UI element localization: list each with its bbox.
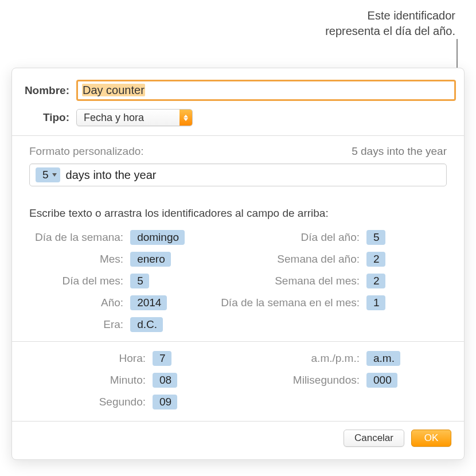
token-label: Día de la semana en el mes: <box>221 296 366 309</box>
token-weekday-of-month[interactable]: 1 <box>366 295 385 310</box>
token-label: Hora: <box>29 352 153 365</box>
token-value: domingo <box>130 231 185 244</box>
name-label: Nombre: <box>20 84 76 97</box>
time-tokens-left-col: Hora:7 Minuto:08 Segundo:09 <box>29 351 233 416</box>
ok-button[interactable]: OK <box>411 430 451 447</box>
token-week-of-year[interactable]: 2 <box>366 252 385 267</box>
token-value: a.m. <box>366 352 400 365</box>
token-label: Día del año: <box>221 231 366 244</box>
callout-line-2: representa el día del año. <box>325 24 455 39</box>
custom-format-label: Formato personalizado: <box>29 145 144 158</box>
token-label: a.m./p.m.: <box>243 352 366 365</box>
token-minute[interactable]: 08 <box>153 373 177 388</box>
section-custom-format: Formato personalizado: 5 days into the y… <box>12 136 464 197</box>
format-preview: 5 days into the year <box>352 145 447 158</box>
token-week-of-month[interactable]: 2 <box>366 274 385 288</box>
cancel-button-label: Cancelar <box>354 432 393 444</box>
token-value: 5 <box>366 231 385 244</box>
time-tokens-right-col: a.m./p.m.:a.m. Milisegundos:000 <box>243 351 447 416</box>
token-label: Año: <box>29 296 130 309</box>
token-era[interactable]: d.C. <box>130 317 163 332</box>
name-input-selection: Day counter <box>82 84 145 96</box>
token-instruction: Escribe texto o arrastra los identificad… <box>29 207 447 220</box>
token-label: Milisegundos: <box>243 374 366 387</box>
name-input-highlight: Day counter <box>76 80 456 101</box>
callout-line-1: Este identificador <box>325 8 455 24</box>
token-value: d.C. <box>130 318 163 331</box>
token-value: 000 <box>366 374 397 387</box>
type-select-value: Fecha y hora <box>77 112 180 124</box>
format-free-text: days into the year <box>66 169 157 182</box>
token-label: Día de la semana: <box>29 231 130 244</box>
type-label: Tipo: <box>20 111 76 124</box>
token-value: 5 <box>130 275 149 287</box>
token-label: Día del mes: <box>29 275 130 287</box>
format-token-day-of-year[interactable]: 5 <box>36 167 60 182</box>
token-year[interactable]: 2014 <box>130 295 167 310</box>
token-value: 2014 <box>130 296 167 309</box>
date-tokens-left-col: Día de la semana:domingo Mes:enero Día d… <box>29 230 210 339</box>
token-value: 09 <box>153 396 177 408</box>
token-value: 08 <box>153 374 177 387</box>
token-day-of-year[interactable]: 5 <box>366 230 385 245</box>
token-label: Semana del mes: <box>221 275 366 287</box>
chevron-down-icon[interactable] <box>51 173 60 177</box>
token-second[interactable]: 09 <box>153 395 177 409</box>
token-ampm[interactable]: a.m. <box>366 351 400 366</box>
token-label: Segundo: <box>29 396 153 408</box>
token-month[interactable]: enero <box>130 252 171 267</box>
section-time-tokens: Hora:7 Minuto:08 Segundo:09 a.m./p.m.:a.… <box>12 342 464 421</box>
token-value: 7 <box>153 352 171 365</box>
token-hour[interactable]: 7 <box>153 351 171 366</box>
custom-format-dialog: Nombre: Day counter Tipo: Fecha y hora F… <box>11 68 465 460</box>
date-tokens-right-col: Día del año:5 Semana del año:2 Semana de… <box>221 230 447 339</box>
ok-button-label: OK <box>424 432 439 444</box>
token-label: Semana del año: <box>221 253 366 266</box>
token-label: Minuto: <box>29 374 153 387</box>
token-day-of-month[interactable]: 5 <box>130 274 149 288</box>
callout-text: Este identificador representa el día del… <box>325 8 455 39</box>
format-token-value: 5 <box>36 169 51 181</box>
token-value: 2 <box>366 253 385 266</box>
token-value: enero <box>130 253 171 266</box>
dialog-footer: Cancelar OK <box>12 422 464 447</box>
token-value: 1 <box>366 296 385 309</box>
section-name-type: Nombre: Day counter Tipo: Fecha y hora <box>12 68 464 135</box>
token-day-of-week[interactable]: domingo <box>130 230 185 245</box>
token-value: 2 <box>366 275 385 287</box>
token-milliseconds[interactable]: 000 <box>366 373 397 388</box>
section-date-tokens: Escribe texto o arrastra los identificad… <box>12 197 464 341</box>
type-select[interactable]: Fecha y hora <box>76 109 193 126</box>
token-label: Era: <box>29 318 130 331</box>
stepper-arrows-icon <box>180 110 192 126</box>
format-field[interactable]: 5 days into the year <box>29 163 447 186</box>
cancel-button[interactable]: Cancelar <box>344 430 404 447</box>
token-label: Mes: <box>29 253 130 266</box>
name-input[interactable]: Day counter <box>79 82 454 99</box>
